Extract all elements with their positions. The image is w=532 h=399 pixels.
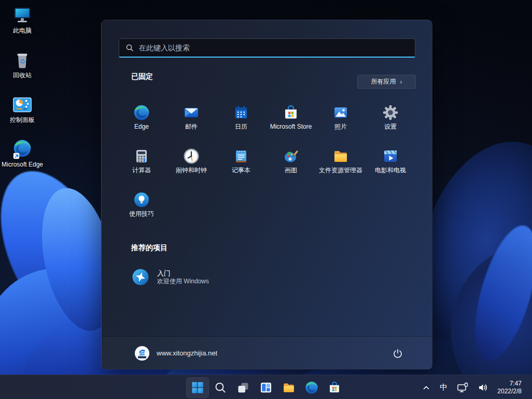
folder-icon	[282, 381, 296, 394]
recommended-item-subtitle: 欢迎使用 Windows	[157, 278, 209, 285]
taskbar-edge-button[interactable]	[300, 377, 323, 398]
desktop-icon-column: 此电脑 ♻ 回收站 控制面板	[0, 2, 45, 181]
pinned-app-label: Edge	[134, 123, 149, 130]
settings-gear-icon	[382, 104, 399, 121]
taskbar-center-icons	[186, 375, 346, 399]
pinned-app-label: 记事本	[232, 167, 250, 174]
pinned-app-label: 计算器	[132, 167, 151, 174]
search-icon	[214, 381, 227, 394]
speaker-icon	[478, 382, 488, 393]
get-started-icon	[132, 268, 149, 286]
clock-icon	[183, 148, 200, 164]
power-button[interactable]	[388, 344, 407, 363]
pinned-app-label: 闹钟和时钟	[176, 167, 207, 174]
pinned-app-notepad[interactable]: 记事本	[216, 145, 266, 188]
desktop-icon-label: Microsoft Edge	[2, 161, 43, 168]
edge-icon	[305, 381, 318, 394]
recommended-item-title: 入门	[157, 269, 209, 278]
site-url: www.xitongzhijia.net	[157, 349, 217, 357]
recommended-section-title: 推荐的项目	[131, 243, 167, 253]
chevron-up-icon	[422, 383, 430, 392]
svg-text:♻: ♻	[19, 58, 25, 65]
tray-time: 7:47	[510, 380, 522, 388]
tray-volume-button[interactable]	[474, 378, 491, 397]
pinned-app-label: 使用技巧	[129, 211, 154, 217]
pinned-app-file-explorer[interactable]: 文件资源管理器	[316, 145, 366, 188]
system-tray: 中 7:47 2022/2/8	[419, 375, 532, 399]
lightbulb-icon	[133, 191, 150, 208]
desktop-icon-label: 回收站	[13, 72, 32, 79]
pinned-app-mail[interactable]: 邮件	[166, 101, 216, 145]
pinned-app-calendar[interactable]: 日历	[216, 101, 266, 145]
all-apps-label: 所有应用	[371, 77, 396, 86]
chevron-right-icon: ›	[400, 78, 402, 86]
pinned-app-edge[interactable]: Edge	[117, 101, 166, 145]
start-search-box[interactable]	[119, 38, 415, 58]
pinned-app-settings[interactable]: 设置	[366, 101, 415, 145]
taskbar-store-button[interactable]	[323, 377, 346, 398]
taskbar-task-view-button[interactable]	[232, 377, 255, 398]
pinned-section-title: 已固定	[131, 72, 153, 81]
pinned-app-label: 照片	[334, 123, 347, 130]
microsoft-store-icon	[283, 104, 299, 121]
task-view-icon	[236, 381, 250, 394]
edge-shortcut-icon	[11, 139, 33, 160]
all-apps-button[interactable]: 所有应用 ›	[357, 75, 416, 89]
pinned-app-label: 文件资源管理器	[319, 167, 362, 174]
tray-network-button[interactable]	[454, 378, 471, 397]
network-ethernet-icon	[457, 382, 468, 393]
pinned-app-photos[interactable]: 照片	[316, 101, 366, 145]
pinned-app-label: Microsoft Store	[270, 123, 312, 130]
start-menu-footer: www.xitongzhijia.net	[102, 337, 432, 369]
edge-icon	[133, 104, 150, 121]
taskbar-widgets-button[interactable]	[255, 377, 277, 398]
notepad-icon	[233, 148, 249, 164]
this-pc-icon	[11, 5, 33, 26]
search-icon	[125, 44, 134, 52]
taskbar-start-button[interactable]	[186, 377, 209, 398]
calendar-icon	[233, 104, 249, 121]
photos-icon	[332, 104, 349, 121]
pinned-app-label: 电影和电视	[375, 167, 406, 174]
mail-icon	[183, 104, 200, 121]
movies-tv-icon	[382, 148, 399, 164]
pinned-app-calculator[interactable]: 计算器	[117, 145, 166, 188]
paint-palette-icon	[283, 148, 299, 164]
calculator-icon	[133, 148, 150, 164]
desktop-icon-recycle-bin[interactable]: ♻ 回收站	[0, 47, 45, 82]
site-link[interactable]: www.xitongzhijia.net	[134, 346, 217, 361]
desktop-icon-this-pc[interactable]: 此电脑	[0, 2, 45, 37]
pinned-app-microsoft-store[interactable]: Microsoft Store	[266, 101, 316, 145]
tray-clock[interactable]: 7:47 2022/2/8	[494, 380, 525, 395]
pinned-apps-grid: Edge 邮件 日历	[117, 101, 417, 232]
tray-overflow-button[interactable]	[419, 378, 433, 397]
pinned-app-tips[interactable]: 使用技巧	[117, 188, 166, 232]
desktop-icon-control-panel[interactable]: 控制面板	[0, 91, 45, 127]
recommended-item-get-started[interactable]: 入门 欢迎使用 Windows	[123, 262, 403, 292]
xitongzhijia-logo-icon	[134, 346, 150, 361]
pinned-app-label: 日历	[235, 123, 247, 130]
desktop-icon-label: 此电脑	[13, 27, 32, 34]
start-menu-panel: 已固定 所有应用 › Edge 邮件	[101, 20, 432, 369]
tray-date: 2022/2/8	[497, 388, 522, 395]
pinned-app-label: 设置	[384, 123, 397, 130]
windows-start-icon	[191, 381, 204, 394]
recommended-item-text: 入门 欢迎使用 Windows	[157, 269, 209, 285]
pinned-app-label: 画图	[285, 167, 297, 174]
widgets-icon	[259, 381, 273, 394]
pinned-app-movies-tv[interactable]: 电影和电视	[366, 145, 415, 188]
pinned-app-paint[interactable]: 画图	[266, 145, 316, 188]
tray-ime-indicator[interactable]: 中	[437, 378, 451, 397]
desktop-icon-label: 控制面板	[10, 117, 35, 123]
recycle-bin-icon: ♻	[11, 50, 33, 71]
control-panel-icon	[11, 94, 33, 115]
taskbar: 中 7:47 2022/2/8	[0, 375, 532, 399]
desktop-icon-microsoft-edge[interactable]: Microsoft Edge	[0, 136, 45, 171]
microsoft-store-icon	[328, 381, 341, 394]
power-icon	[393, 348, 403, 359]
search-input[interactable]	[139, 44, 409, 52]
pinned-app-alarms-clock[interactable]: 闹钟和时钟	[166, 145, 216, 188]
taskbar-file-explorer-button[interactable]	[277, 377, 300, 398]
pinned-app-label: 邮件	[185, 123, 198, 130]
taskbar-search-button[interactable]	[209, 377, 232, 398]
